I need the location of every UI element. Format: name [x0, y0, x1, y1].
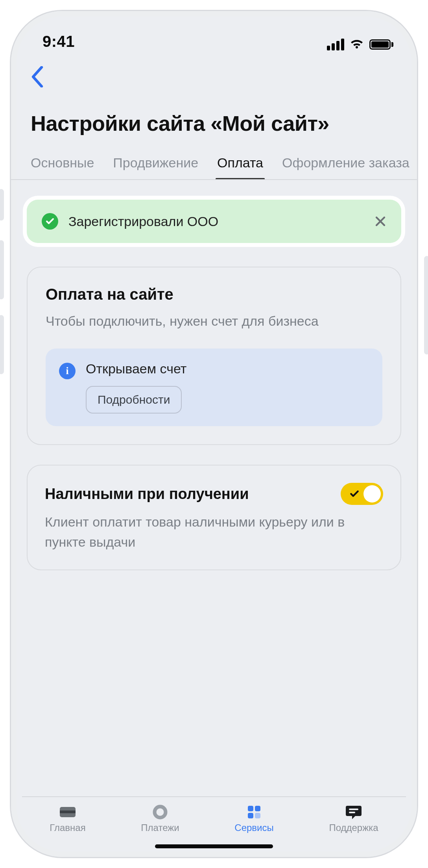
wifi-icon — [350, 39, 364, 50]
toast-text: Зарегистрировали ООО — [68, 214, 364, 229]
back-button[interactable] — [31, 66, 401, 87]
bottom-tab-bar: Главная Платежи Сервисы — [22, 796, 406, 833]
status-bar: 9:41 — [11, 11, 417, 54]
status-time: 9:41 — [42, 33, 75, 50]
tab-payments[interactable]: Платежи — [141, 804, 179, 833]
tab-label: Главная — [50, 822, 85, 833]
tab-support[interactable]: Поддержка — [329, 804, 378, 833]
info-text: Открываем счет — [86, 361, 369, 377]
svg-point-2 — [155, 807, 166, 818]
success-toast: Зарегистрировали ООО — [27, 200, 401, 243]
toast-close-button[interactable] — [374, 215, 386, 227]
tabs: Основные Продвижение Оплата Оформление з… — [11, 147, 417, 180]
chat-icon — [344, 804, 363, 820]
check-icon — [349, 489, 360, 499]
online-payment-card: Оплата на сайте Чтобы подключить, нужен … — [27, 267, 401, 445]
battery-icon — [369, 39, 393, 50]
tab-checkout[interactable]: Оформление заказа — [282, 155, 410, 179]
tab-payment[interactable]: Оплата — [217, 155, 263, 179]
svg-rect-4 — [255, 806, 260, 811]
tab-label: Продвижение — [113, 155, 198, 170]
grid-icon — [245, 804, 264, 820]
home-indicator[interactable] — [155, 844, 273, 848]
svg-rect-7 — [349, 809, 358, 810]
tab-main[interactable]: Основные — [31, 155, 94, 179]
tab-label: Оформление заказа — [282, 155, 410, 170]
cellular-signal-icon — [327, 39, 344, 50]
card-title: Наличными при получении — [45, 486, 334, 503]
svg-rect-8 — [349, 812, 355, 813]
details-button[interactable]: Подробности — [86, 386, 182, 414]
info-box: i Открываем счет Подробности — [46, 349, 382, 426]
tab-label: Платежи — [141, 822, 179, 833]
svg-rect-5 — [248, 813, 253, 818]
card-subtitle: Чтобы подключить, нужен счет для бизнеса — [46, 311, 382, 331]
cash-toggle[interactable] — [341, 483, 383, 505]
tab-home[interactable]: Главная — [50, 804, 85, 833]
tab-promotion[interactable]: Продвижение — [113, 155, 198, 179]
tab-services[interactable]: Сервисы — [234, 804, 273, 833]
card-subtitle: Клиент оплатит товар наличными курьеру и… — [45, 512, 383, 552]
cash-on-delivery-card: Наличными при получении Клиент оплатит т… — [27, 465, 401, 570]
tab-label: Основные — [31, 155, 94, 170]
toggle-thumb — [363, 485, 381, 503]
page-title: Настройки сайта «Мой сайт» — [11, 91, 417, 147]
status-indicators — [327, 39, 393, 50]
tab-label: Поддержка — [329, 822, 378, 833]
check-circle-icon — [42, 213, 58, 230]
svg-rect-3 — [248, 806, 253, 811]
circle-icon — [151, 804, 170, 820]
tab-label: Сервисы — [234, 822, 273, 833]
card-title: Оплата на сайте — [46, 286, 382, 303]
card-icon — [58, 804, 77, 820]
svg-rect-1 — [60, 811, 76, 813]
details-button-label: Подробности — [98, 393, 170, 406]
info-icon: i — [59, 363, 76, 379]
tab-label: Оплата — [217, 155, 263, 170]
svg-rect-6 — [255, 813, 260, 818]
